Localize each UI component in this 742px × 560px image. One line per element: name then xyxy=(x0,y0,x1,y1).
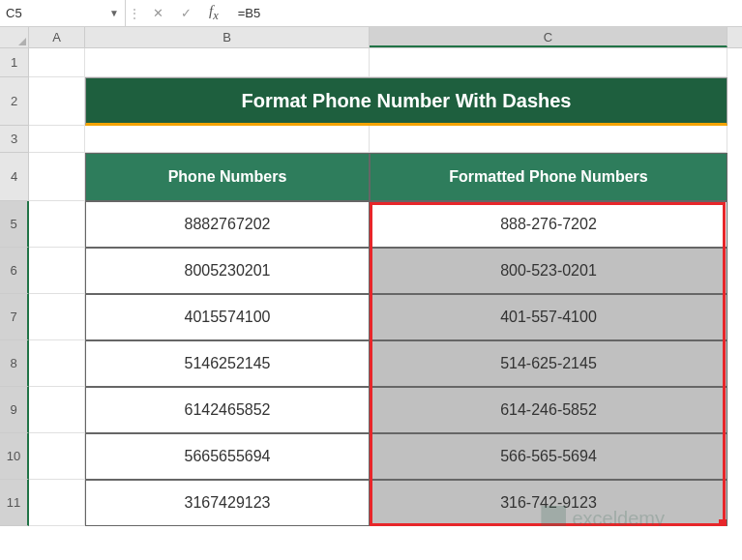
grid-body: 1 2 Format Phone Number With Dashes 3 4 … xyxy=(0,48,742,526)
row-5: 5 8882767202 888-276-7202 xyxy=(0,201,742,248)
separator-icon: ⋮ xyxy=(128,7,141,20)
row-header-9[interactable]: 9 xyxy=(0,387,29,433)
row-header-4[interactable]: 4 xyxy=(0,153,29,201)
cell-B10[interactable]: 5665655694 xyxy=(85,433,370,480)
cell-A10[interactable] xyxy=(29,433,85,480)
row-header-10[interactable]: 10 xyxy=(0,433,29,480)
row-header-8[interactable]: 8 xyxy=(0,340,29,387)
cell-B1[interactable] xyxy=(85,48,370,77)
row-header-6[interactable]: 6 xyxy=(0,248,29,294)
row-header-7[interactable]: 7 xyxy=(0,294,29,340)
cell-A3[interactable] xyxy=(29,126,85,153)
row-10: 10 5665655694 566-565-5694 xyxy=(0,433,742,480)
name-box-dropdown-icon[interactable]: ▼ xyxy=(109,8,119,18)
row-header-1[interactable]: 1 xyxy=(0,48,29,77)
formula-bar-controls: ✕ ✓ fx xyxy=(143,3,228,23)
cell-C3[interactable] xyxy=(370,126,727,153)
cell-A6[interactable] xyxy=(29,248,85,294)
row-header-5[interactable]: 5 xyxy=(0,201,29,248)
row-8: 8 5146252145 514-625-2145 xyxy=(0,340,742,387)
header-formatted-phone-numbers[interactable]: Formatted Phone Numbers xyxy=(370,153,727,201)
enter-icon[interactable]: ✓ xyxy=(181,6,192,20)
cell-B3[interactable] xyxy=(85,126,370,153)
cell-B9[interactable]: 6142465852 xyxy=(85,387,370,433)
row-7: 7 4015574100 401-557-4100 xyxy=(0,294,742,340)
cell-A8[interactable] xyxy=(29,340,85,387)
cell-A7[interactable] xyxy=(29,294,85,340)
name-box[interactable]: C5 ▼ xyxy=(0,0,126,26)
row-header-3[interactable]: 3 xyxy=(0,126,29,153)
cell-B8[interactable]: 5146252145 xyxy=(85,340,370,387)
cell-A4[interactable] xyxy=(29,153,85,201)
cell-C5[interactable]: 888-276-7202 xyxy=(370,201,727,248)
cell-B6[interactable]: 8005230201 xyxy=(85,248,370,294)
formula-bar: C5 ▼ ⋮ ✕ ✓ fx =B5 xyxy=(0,0,742,27)
fx-icon[interactable]: fx xyxy=(209,3,219,23)
cell-B11[interactable]: 3167429123 xyxy=(85,480,370,526)
row-9: 9 6142465852 614-246-5852 xyxy=(0,387,742,433)
cell-A9[interactable] xyxy=(29,387,85,433)
cell-C6[interactable]: 800-523-0201 xyxy=(370,248,727,294)
cell-B5[interactable]: 8882767202 xyxy=(85,201,370,248)
select-all-button[interactable] xyxy=(0,27,29,47)
formula-input[interactable]: =B5 xyxy=(228,6,742,20)
row-4: 4 Phone Numbers Formatted Phone Numbers xyxy=(0,153,742,201)
cell-A1[interactable] xyxy=(29,48,85,77)
column-header-C[interactable]: C xyxy=(370,27,727,47)
column-header-B[interactable]: B xyxy=(85,27,370,47)
cell-C10[interactable]: 566-565-5694 xyxy=(370,433,727,480)
row-6: 6 8005230201 800-523-0201 xyxy=(0,248,742,294)
cell-C11[interactable]: 316-742-9123 xyxy=(370,480,727,526)
header-phone-numbers[interactable]: Phone Numbers xyxy=(85,153,370,201)
cell-A11[interactable] xyxy=(29,480,85,526)
name-box-value: C5 xyxy=(6,6,109,20)
row-2: 2 Format Phone Number With Dashes xyxy=(0,77,742,126)
row-1: 1 xyxy=(0,48,742,77)
row-11: 11 3167429123 316-742-9123 xyxy=(0,480,742,526)
cancel-icon[interactable]: ✕ xyxy=(153,6,163,20)
cell-C1[interactable] xyxy=(370,48,727,77)
cell-C9[interactable]: 614-246-5852 xyxy=(370,387,727,433)
row-header-11[interactable]: 11 xyxy=(0,480,29,526)
cell-C7[interactable]: 401-557-4100 xyxy=(370,294,727,340)
column-header-A[interactable]: A xyxy=(29,27,85,47)
cell-A2[interactable] xyxy=(29,77,85,126)
spreadsheet-grid: A B C 1 2 Format Phone Number With Dashe… xyxy=(0,27,742,526)
cell-A5[interactable] xyxy=(29,201,85,248)
column-headers: A B C xyxy=(0,27,742,48)
cell-B7[interactable]: 4015574100 xyxy=(85,294,370,340)
title-cell[interactable]: Format Phone Number With Dashes xyxy=(85,77,727,126)
row-header-2[interactable]: 2 xyxy=(0,77,29,126)
row-3: 3 xyxy=(0,126,742,153)
cell-C8[interactable]: 514-625-2145 xyxy=(370,340,727,387)
